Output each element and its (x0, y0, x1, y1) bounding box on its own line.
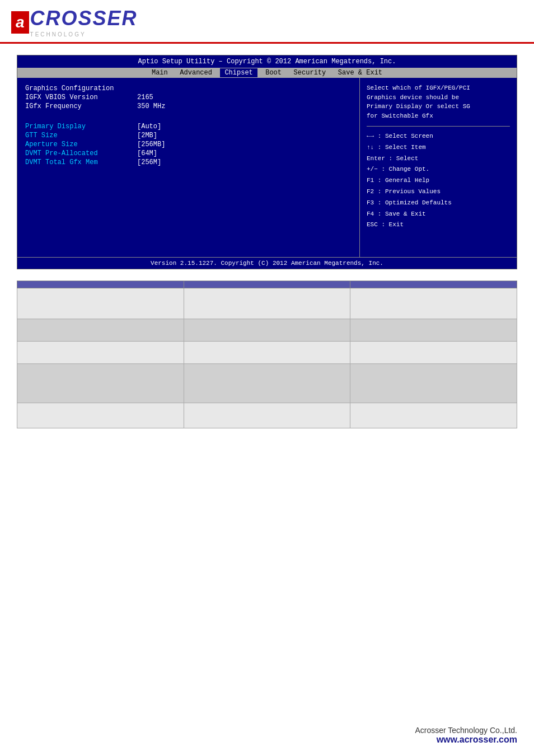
bios-label-igfx-vbios: IGFX VBIOS Version (25, 94, 137, 101)
logo-box: a CROSSER TECHNOLOGY (11, 7, 523, 38)
table-cell (17, 342, 184, 364)
bios-key-change-opt: +/− : Change Opt. (367, 164, 510, 175)
data-table (17, 281, 517, 428)
bios-help-text: Select which of IGFX/PEG/PCI Graphics de… (367, 83, 510, 120)
table-cell (350, 403, 517, 428)
table-cell (184, 288, 350, 319)
logo-subtext: TECHNOLOGY (30, 31, 138, 38)
bios-tab-save-exit[interactable]: Save & Exit (334, 69, 387, 77)
bios-tab-boot[interactable]: Boot (261, 69, 285, 77)
bios-key-f3: F3 : Optimized Defaults (367, 198, 510, 209)
bios-item-igfx-freq: IGfx Frequency 350 MHz (25, 102, 352, 110)
table-cell (184, 319, 350, 342)
logo-area: a CROSSER TECHNOLOGY (0, 0, 534, 44)
bios-key-esc: ESC : Exit (367, 220, 510, 231)
table-cell (17, 319, 184, 342)
bios-key-select-item: ↑↓ : Select Item (367, 142, 510, 153)
bios-body: Graphics Configuration IGFX VBIOS Versio… (17, 78, 517, 257)
bios-container: Aptio Setup Utility – Copyright © 2012 A… (17, 55, 517, 269)
bios-key-select-screen: ←→ : Select Screen (367, 131, 510, 142)
table-cell (350, 364, 517, 403)
table-cell (17, 364, 184, 403)
bios-value-dvmt-pre: [64M] (137, 150, 157, 157)
table-area (17, 281, 517, 428)
logo-icon: a (11, 11, 29, 34)
bios-key-enter: Enter : Select (367, 153, 510, 165)
table-header-col1 (17, 281, 184, 288)
bios-value-primary-display: [Auto] (137, 123, 161, 130)
table-cell (350, 288, 517, 319)
footer-company: Acrosser Technology Co.,Ltd. (415, 726, 517, 735)
bios-label-primary-display: Primary Display (25, 123, 137, 130)
footer-area: Acrosser Technology Co.,Ltd. www.acrosse… (415, 726, 517, 745)
table-row (17, 319, 517, 342)
bios-value-dvmt-total: [256M] (137, 158, 161, 166)
bios-label-aperture-size: Aperture Size (25, 141, 137, 148)
bios-title-bar: Aptio Setup Utility – Copyright © 2012 A… (17, 55, 517, 68)
bios-label-igfx-freq: IGfx Frequency (25, 102, 137, 110)
footer-url: www.acrosser.com (415, 735, 517, 745)
bios-value-igfx-freq: 350 MHz (137, 102, 165, 110)
bios-tab-chipset[interactable]: Chipset (220, 68, 257, 77)
table-row (17, 403, 517, 428)
bios-value-aperture-size: [256MB] (137, 141, 165, 148)
logo-text: CROSSER (30, 7, 138, 30)
bios-label-gtt-size: GTT Size (25, 132, 137, 139)
bios-menu-bar[interactable]: Main Advanced Chipset Boot Security Save… (17, 68, 517, 78)
table-cell (17, 288, 184, 319)
bios-divider (367, 126, 510, 127)
table-cell (350, 319, 517, 342)
bios-tab-security[interactable]: Security (289, 69, 330, 77)
bios-tab-advanced[interactable]: Advanced (176, 69, 216, 77)
bios-value-igfx-vbios: 2165 (137, 94, 153, 101)
bios-label-dvmt-total: DVMT Total Gfx Mem (25, 158, 137, 166)
table-header-col3 (350, 281, 517, 288)
bios-item-igfx-vbios: IGFX VBIOS Version 2165 (25, 94, 352, 101)
bios-keys: ←→ : Select Screen ↑↓ : Select Item Ente… (367, 131, 510, 231)
bios-item-aperture-size[interactable]: Aperture Size [256MB] (25, 141, 352, 148)
table-cell (184, 364, 350, 403)
bios-value-gtt-size: [2MB] (137, 132, 157, 139)
table-row (17, 364, 517, 403)
bios-item-graphics-config: Graphics Configuration (25, 85, 352, 92)
table-cell (184, 342, 350, 364)
bios-label-graphics-config: Graphics Configuration (25, 85, 137, 92)
table-row (17, 342, 517, 364)
table-cell (17, 403, 184, 428)
bios-item-gtt-size[interactable]: GTT Size [2MB] (25, 132, 352, 139)
table-header-col2 (184, 281, 350, 288)
table-row (17, 288, 517, 319)
bios-item-primary-display[interactable]: Primary Display [Auto] (25, 123, 352, 130)
bios-left-panel: Graphics Configuration IGFX VBIOS Versio… (17, 78, 360, 257)
bios-key-f2: F2 : Previous Values (367, 186, 510, 198)
bios-footer: Version 2.15.1227. Copyright (C) 2012 Am… (17, 257, 517, 269)
bios-item-dvmt-total[interactable]: DVMT Total Gfx Mem [256M] (25, 158, 352, 166)
table-cell (350, 342, 517, 364)
bios-right-panel: Select which of IGFX/PEG/PCI Graphics de… (360, 78, 517, 257)
table-header-row (17, 281, 517, 288)
bios-item-dvmt-pre[interactable]: DVMT Pre-Allocated [64M] (25, 150, 352, 157)
bios-label-dvmt-pre: DVMT Pre-Allocated (25, 150, 137, 157)
bios-tab-main[interactable]: Main (148, 69, 172, 77)
bios-key-f4: F4 : Save & Exit (367, 209, 510, 220)
table-cell (184, 403, 350, 428)
bios-key-f1: F1 : General Help (367, 175, 510, 186)
